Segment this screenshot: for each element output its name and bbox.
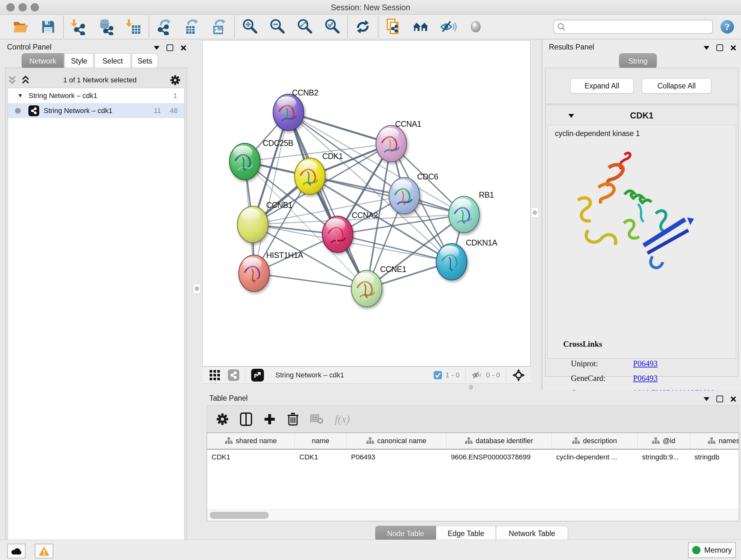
export-image-icon[interactable] — [205, 16, 233, 37]
graph-node[interactable] — [273, 94, 304, 131]
table-horizontal-scrollbar[interactable] — [207, 509, 739, 521]
column-header--id[interactable]: @id — [637, 433, 690, 449]
graphics-details-icon[interactable] — [462, 16, 489, 37]
refresh-icon[interactable] — [349, 16, 377, 37]
graph-node[interactable] — [351, 270, 382, 307]
zoom-out-icon[interactable] — [264, 16, 291, 37]
collapse-all-networks-icon[interactable] — [8, 75, 17, 85]
float-panel-icon[interactable] — [717, 395, 723, 402]
close-panel-icon[interactable] — [730, 396, 737, 402]
tab-sets[interactable]: Sets — [132, 53, 158, 69]
expand-all-networks-icon[interactable] — [21, 75, 30, 85]
crosslink-link[interactable]: P06493 — [633, 374, 657, 383]
grid-view-icon[interactable] — [209, 370, 220, 381]
graph-edge[interactable] — [254, 112, 288, 273]
table-cell[interactable]: stringdb:9... — [637, 453, 690, 461]
export-table-icon[interactable] — [178, 16, 205, 37]
left-splitter[interactable] — [192, 39, 202, 540]
scrollbar-thumb[interactable] — [210, 512, 269, 519]
table-cell[interactable]: CDK1 — [295, 453, 347, 461]
cloud-button[interactable] — [7, 544, 25, 558]
selected-checkbox[interactable] — [433, 371, 442, 380]
close-panel-icon[interactable] — [730, 45, 737, 51]
export-network-icon[interactable] — [151, 16, 178, 37]
float-panel-icon[interactable] — [166, 44, 173, 51]
graph-node[interactable] — [239, 255, 269, 292]
graph-node[interactable] — [322, 216, 353, 253]
tab-edge-table[interactable]: Edge Table — [436, 526, 496, 541]
import-network-file-icon[interactable] — [65, 16, 92, 37]
tab-style[interactable]: Style — [65, 53, 93, 69]
graph-node[interactable] — [238, 206, 268, 243]
clone-network-icon[interactable] — [380, 16, 407, 37]
zoom-in-icon[interactable] — [236, 16, 264, 37]
delete-table-icon[interactable] — [310, 414, 324, 425]
graph-node[interactable] — [294, 158, 325, 194]
table-cell[interactable]: 9606.ENSP00000378699 — [447, 453, 552, 461]
home-icon[interactable] — [407, 16, 434, 37]
delete-column-icon[interactable] — [287, 412, 299, 426]
export-view-icon[interactable] — [251, 369, 264, 381]
help-icon[interactable]: ? — [720, 19, 735, 34]
search-input[interactable] — [568, 22, 709, 31]
collapse-panel-icon[interactable] — [704, 397, 710, 401]
table-gear-icon[interactable] — [216, 413, 229, 426]
import-table-file-icon[interactable] — [120, 16, 147, 37]
collection-expand-icon[interactable]: ▼ — [17, 92, 23, 99]
expand-all-button[interactable]: Expand All — [570, 78, 633, 94]
share-network-icon[interactable] — [228, 369, 239, 381]
horizontal-splitter[interactable] — [202, 384, 530, 390]
function-builder-icon[interactable]: f(x) — [335, 413, 350, 425]
tab-network[interactable]: Network — [22, 53, 64, 69]
collapse-panel-icon[interactable] — [704, 46, 710, 50]
hide-selected-icon[interactable] — [434, 16, 462, 37]
graph-node[interactable] — [436, 244, 467, 280]
tab-select[interactable]: Select — [94, 53, 131, 69]
network-graph[interactable]: CCNB2CCNA1CDC25BCDK1CDC6RB1CCNB1CCNA2CDK… — [203, 41, 530, 366]
save-session-icon[interactable] — [35, 16, 62, 37]
network-row-selected[interactable]: String Network – cdk1 11 48 — [8, 103, 184, 118]
collapse-all-button[interactable]: Collapse All — [642, 78, 711, 94]
tab-network-table[interactable]: Network Table — [496, 526, 568, 541]
column-header-name[interactable]: name — [295, 433, 347, 449]
column-header-shared-name[interactable]: shared name — [207, 433, 295, 449]
column-header-namespace[interactable]: namespace — [690, 433, 739, 449]
hidden-eye-icon[interactable] — [471, 370, 483, 380]
table-cell[interactable]: stringdb — [690, 453, 739, 461]
table-cell[interactable]: cyclin-dependent ... — [552, 453, 637, 461]
graph-node[interactable] — [389, 178, 420, 214]
graph-edge[interactable] — [254, 273, 367, 289]
right-splitter-handle[interactable] — [531, 207, 539, 218]
graph-edge[interactable] — [288, 112, 367, 289]
network-canvas[interactable]: CCNB2CCNA1CDC25BCDK1CDC6RB1CCNB1CCNA2CDK… — [202, 40, 530, 367]
column-header-description[interactable]: description — [552, 433, 637, 449]
birdseye-icon[interactable] — [512, 368, 525, 382]
graph-edge[interactable] — [288, 112, 391, 144]
open-session-icon[interactable] — [7, 16, 35, 37]
close-panel-icon[interactable] — [180, 45, 187, 51]
horizontal-splitter-handle[interactable] — [469, 385, 473, 390]
table-cell[interactable]: CDK1 — [207, 453, 295, 461]
zoom-fit-icon[interactable] — [291, 16, 319, 37]
right-splitter[interactable] — [530, 39, 542, 390]
zoom-selected-icon[interactable] — [319, 16, 346, 37]
tab-node-table[interactable]: Node Table — [375, 526, 436, 541]
table-cell[interactable]: P06493 — [347, 453, 447, 461]
warning-button[interactable] — [35, 544, 53, 558]
float-panel-icon[interactable] — [717, 44, 723, 51]
add-column-icon[interactable] — [263, 413, 276, 426]
memory-button[interactable]: Memory — [688, 542, 736, 558]
network-collection-row[interactable]: ▼ String Network – cdk1 1 — [8, 88, 184, 103]
crosslink-link[interactable]: P06493 — [633, 359, 657, 368]
column-header-database-identifier[interactable]: database identifier — [447, 433, 552, 449]
column-header-canonical-name[interactable]: canonical name — [347, 433, 447, 449]
graph-node[interactable] — [376, 125, 407, 162]
graph-node[interactable] — [229, 143, 260, 180]
tab-string[interactable]: String — [619, 53, 657, 69]
collapse-panel-icon[interactable] — [154, 46, 159, 50]
network-options-gear-icon[interactable] — [170, 75, 181, 85]
left-splitter-handle[interactable] — [193, 284, 201, 294]
graph-node[interactable] — [449, 196, 479, 233]
table-row[interactable]: CDK1CDK1P064939606.ENSP00000378699cyclin… — [207, 449, 739, 465]
columns-icon[interactable] — [240, 412, 253, 426]
